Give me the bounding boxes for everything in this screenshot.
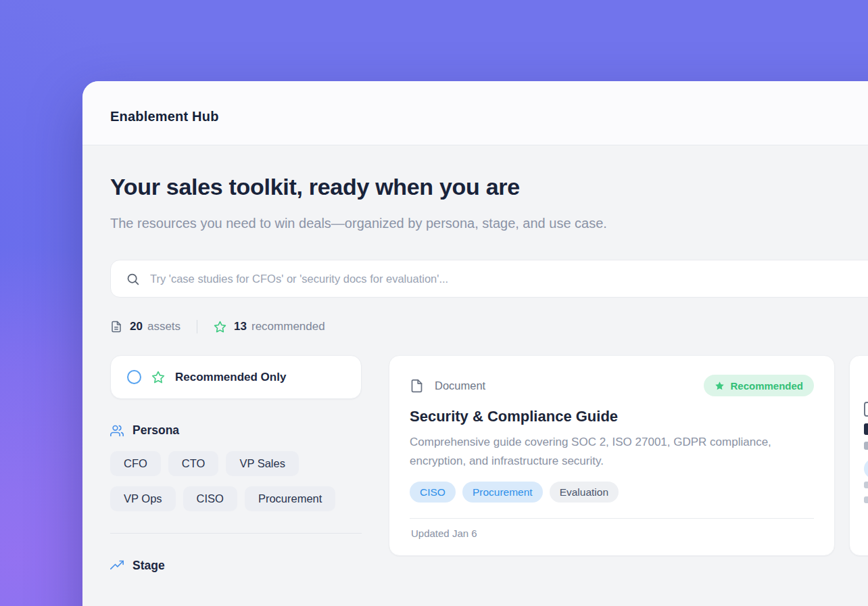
file-text-icon xyxy=(110,321,122,333)
clipped-description-fragment xyxy=(864,442,868,450)
asset-description: Comprehensive guide covering SOC 2, ISO … xyxy=(410,433,792,471)
asset-title: Security & Compliance Guide xyxy=(410,408,814,425)
asset-card-clipped[interactable] xyxy=(849,355,868,556)
asset-cards: Document Recommended Security & Complian… xyxy=(389,355,868,556)
recommended-label: recommended xyxy=(251,320,325,333)
tag-procurement: Procurement xyxy=(462,482,543,503)
persona-section-label: Persona xyxy=(132,423,179,438)
recommended-count: 13 xyxy=(234,320,247,333)
star-filled-icon xyxy=(715,381,725,391)
persona-chips: CFO CTO VP Sales VP Ops CISO Procurement xyxy=(110,451,362,511)
persona-chip-cfo[interactable]: CFO xyxy=(110,451,161,476)
page-subtitle: The resources you need to win deals—orga… xyxy=(110,210,617,236)
persona-chip-procurement[interactable]: Procurement xyxy=(245,486,335,511)
sidebar-divider xyxy=(110,533,362,534)
recommended-badge: Recommended xyxy=(704,375,814,396)
search-input[interactable] xyxy=(150,273,868,285)
app-title: Enablement Hub xyxy=(110,109,219,124)
clipped-text-fragment xyxy=(864,496,868,503)
clipped-file-icon xyxy=(864,402,868,417)
recommended-only-toggle[interactable]: Recommended Only xyxy=(110,355,362,399)
stage-section-label: Stage xyxy=(132,559,165,573)
app-body: Your sales toolkit, ready when you are T… xyxy=(82,145,868,586)
search-bar[interactable] xyxy=(110,260,868,298)
tag-evaluation: Evaluation xyxy=(550,482,619,503)
clipped-text-fragment xyxy=(864,482,868,488)
app-window: Enablement Hub Your sales toolkit, ready… xyxy=(82,81,868,606)
asset-card-security-compliance[interactable]: Document Recommended Security & Complian… xyxy=(389,355,835,556)
assets-label: assets xyxy=(147,320,180,333)
stage-section-header: Stage xyxy=(110,559,362,573)
content-layout: Recommended Only Persona CFO CTO VP Sale… xyxy=(110,355,868,586)
persona-chip-vp-sales[interactable]: VP Sales xyxy=(226,451,299,476)
persona-chip-ciso[interactable]: CISO xyxy=(183,486,237,511)
asset-tags: CISO Procurement Evaluation xyxy=(410,482,814,503)
persona-section-header: Persona xyxy=(110,423,362,438)
stats-row: 20 assets 13 recommended xyxy=(110,320,868,333)
persona-chip-vp-ops[interactable]: VP Ops xyxy=(110,486,176,511)
asset-updated-date: Updated Jan 6 xyxy=(410,518,814,548)
assets-count: 20 xyxy=(130,320,143,333)
file-icon xyxy=(410,379,424,393)
search-icon xyxy=(126,272,140,286)
page-title: Your sales toolkit, ready when you are xyxy=(110,174,868,200)
star-icon xyxy=(151,371,165,384)
card-header-row: Document Recommended xyxy=(410,375,814,396)
recommended-badge-label: Recommended xyxy=(730,380,803,392)
purple-background: Enablement Hub Your sales toolkit, ready… xyxy=(0,0,868,606)
recommended-only-label: Recommended Only xyxy=(175,371,286,384)
filters-sidebar: Recommended Only Persona CFO CTO VP Sale… xyxy=(110,355,362,586)
star-icon xyxy=(214,321,226,333)
radio-circle-icon[interactable] xyxy=(127,370,141,384)
persona-chip-cto[interactable]: CTO xyxy=(168,451,219,476)
tag-ciso: CISO xyxy=(410,482,456,503)
asset-type-label: Document xyxy=(435,379,485,392)
clipped-title-fragment xyxy=(864,423,868,435)
clipped-tag-fragment xyxy=(864,459,868,479)
app-header: Enablement Hub xyxy=(82,81,868,145)
trending-up-icon xyxy=(110,559,124,573)
stats-divider xyxy=(197,320,197,333)
users-icon xyxy=(110,424,124,438)
